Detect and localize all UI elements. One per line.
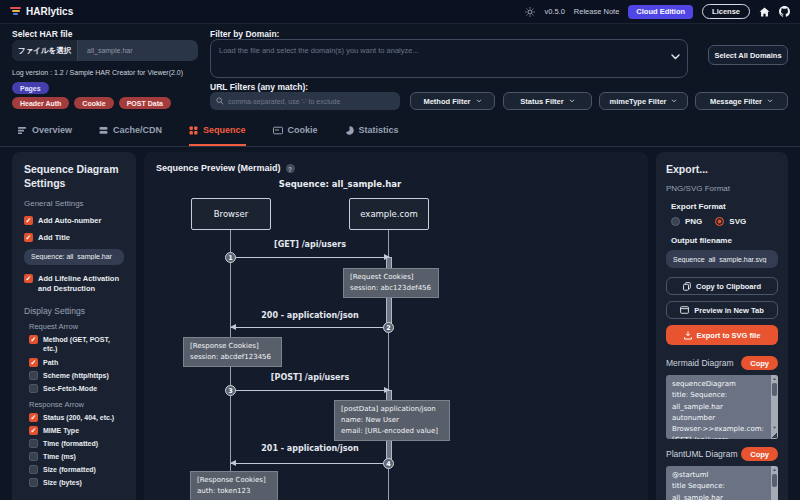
- checkbox-checked-icon[interactable]: [29, 426, 38, 435]
- har-file-input[interactable]: ファイルを選択 all_sample.har: [12, 40, 198, 61]
- domain-select[interactable]: Load the file and select the domain(s) y…: [210, 39, 688, 78]
- checkbox-status[interactable]: Status (200, 404, etc.): [29, 413, 124, 422]
- message-filter-button[interactable]: Message Filter: [695, 92, 788, 110]
- scrollbar[interactable]: ▲ ▼: [771, 466, 778, 500]
- post-data-badge: POST Data: [119, 97, 171, 109]
- note-post-data: [postData] application/json name: New Us…: [334, 400, 450, 441]
- checkbox-unchecked-icon[interactable]: [29, 371, 38, 380]
- output-filename-input[interactable]: [666, 250, 778, 268]
- export-format-radios: PNG SVG: [671, 217, 778, 226]
- checkbox-checked-icon[interactable]: [24, 216, 33, 225]
- plantuml-code[interactable]: @startuml title Sequence: all_sample.har…: [666, 466, 778, 500]
- message-arrow-left: [231, 327, 389, 328]
- tab-sequence[interactable]: Sequence: [189, 118, 246, 146]
- scroll-thumb[interactable]: [772, 474, 777, 487]
- url-search-box[interactable]: [210, 92, 400, 110]
- copy-mermaid-button[interactable]: Copy: [741, 356, 778, 370]
- choose-file-button[interactable]: ファイルを選択: [12, 40, 78, 61]
- copy-to-clipboard-button[interactable]: Copy to Clipboard: [666, 277, 778, 295]
- diagram-title: Sequence: all_sample.har: [240, 179, 440, 189]
- radio-svg[interactable]: [715, 217, 724, 226]
- scroll-thumb[interactable]: [772, 383, 777, 396]
- url-filter-input[interactable]: [228, 98, 388, 105]
- app-title: HARlytics: [26, 6, 73, 17]
- search-icon: [216, 97, 224, 105]
- preview-in-new-tab-button[interactable]: Preview in New Tab: [666, 301, 778, 319]
- checkbox-size-bytes[interactable]: Size (bytes): [29, 478, 124, 487]
- checkbox-mime-type[interactable]: MIME Type: [29, 426, 124, 435]
- radio-png[interactable]: [671, 217, 680, 226]
- plantuml-diagram-heading: PlantUML Diagram: [666, 449, 738, 459]
- checkbox-checked-icon[interactable]: [24, 274, 33, 283]
- checkbox-time-ms[interactable]: Time (ms): [29, 452, 124, 461]
- message-label: 200 - application/json: [231, 311, 389, 320]
- select-har-label: Select HAR file: [12, 29, 72, 39]
- header-auth-badge: Header Auth: [12, 97, 69, 109]
- checkbox-unchecked-icon[interactable]: [29, 465, 38, 474]
- checkbox-method[interactable]: Method (GET, POST, etc.): [29, 335, 124, 353]
- mimetype-filter-button[interactable]: mimeType Filter: [599, 92, 688, 110]
- chevron-down-icon: [476, 99, 482, 103]
- message-label: [POST] /api/users: [231, 373, 389, 382]
- checkbox-checked-icon[interactable]: [29, 358, 38, 367]
- checkbox-checked-icon[interactable]: [29, 335, 38, 344]
- harlytics-logo-icon: [10, 7, 21, 17]
- mermaid-code-box[interactable]: sequenceDiagram title: Sequence: all_sam…: [666, 375, 778, 439]
- plantuml-code-box[interactable]: @startuml title Sequence: all_sample.har…: [666, 466, 778, 500]
- message-arrow-right: [231, 257, 389, 258]
- checkbox-sec-fetch-mode[interactable]: Sec-Fetch-Mode: [29, 384, 124, 393]
- diagram-title-input[interactable]: [24, 249, 124, 265]
- output-filename-label: Output filename: [671, 236, 778, 245]
- message-arrow-right: [231, 390, 389, 391]
- tab-statistics[interactable]: Statistics: [345, 118, 399, 146]
- checkbox-checked-icon[interactable]: [24, 233, 33, 242]
- app-root: HARlytics v0.5.0 Release Note Cloud Edit…: [0, 0, 800, 500]
- release-note-link[interactable]: Release Note: [574, 7, 619, 16]
- scroll-down-icon[interactable]: ▼: [771, 424, 778, 431]
- sequence-preview-panel: Sequence Preview (Mermaid) Sequence: all…: [144, 152, 648, 500]
- tab-cache-cdn[interactable]: Cache/CDN: [99, 118, 162, 146]
- domain-select-placeholder: Load the file and select the domain(s) y…: [219, 46, 419, 55]
- checkbox-unchecked-icon[interactable]: [29, 439, 38, 448]
- note-response-cookies: [Response Cookies] session: abcdef123456: [183, 337, 282, 367]
- scroll-up-icon[interactable]: ▲: [771, 466, 778, 473]
- app-logo: HARlytics: [10, 6, 73, 17]
- mermaid-code[interactable]: sequenceDiagram title: Sequence: all_sam…: [666, 375, 778, 439]
- resize-handle[interactable]: [771, 432, 777, 438]
- github-icon[interactable]: [779, 6, 790, 17]
- sequence-grid-icon: [189, 126, 198, 135]
- sequence-settings-panel: Sequence Diagram Settings General Settin…: [12, 152, 136, 500]
- license-button[interactable]: License: [702, 4, 750, 19]
- checkbox-scheme[interactable]: Scheme (http/https): [29, 371, 124, 380]
- checkbox-path[interactable]: Path: [29, 358, 124, 367]
- sequence-number: 4: [383, 458, 394, 469]
- chevron-down-icon: [671, 54, 680, 60]
- checkbox-lifeline-activation[interactable]: Add Lifeline Activation and Destruction: [24, 274, 124, 294]
- method-filter-button[interactable]: Method Filter: [410, 92, 495, 110]
- checkbox-add-auto-number[interactable]: Add Auto-number: [24, 216, 124, 226]
- checkbox-checked-icon[interactable]: [29, 413, 38, 422]
- checkbox-unchecked-icon[interactable]: [29, 452, 38, 461]
- export-title: Export...: [666, 162, 778, 176]
- checkbox-unchecked-icon[interactable]: [29, 384, 38, 393]
- theme-toggle-sun-icon[interactable]: [525, 7, 535, 17]
- select-all-domains-button[interactable]: Select All Domains: [708, 45, 788, 65]
- cache-stack-icon: [99, 126, 108, 135]
- chevron-down-icon: [671, 99, 677, 103]
- scroll-up-icon[interactable]: ▲: [771, 375, 778, 382]
- message-arrow-left: [231, 463, 389, 464]
- copy-plantuml-button[interactable]: Copy: [741, 447, 778, 461]
- tab-cookie[interactable]: Cookie: [273, 118, 318, 146]
- overview-bars-icon: [18, 126, 27, 135]
- checkbox-unchecked-icon[interactable]: [29, 478, 38, 487]
- tab-overview[interactable]: Overview: [18, 118, 72, 146]
- export-to-svg-button[interactable]: Export to SVG file: [666, 325, 778, 345]
- actor-example-com: example.com: [349, 198, 429, 230]
- status-filter-button[interactable]: Status Filter: [503, 92, 592, 110]
- checkbox-size-formatted[interactable]: Size (formatted): [29, 465, 124, 474]
- checkbox-add-title[interactable]: Add Title: [24, 233, 124, 243]
- scrollbar[interactable]: ▲ ▼: [771, 375, 778, 439]
- checkbox-time-formatted[interactable]: Time (formatted): [29, 439, 124, 448]
- sequence-number: 2: [383, 322, 394, 333]
- home-icon[interactable]: [759, 7, 770, 17]
